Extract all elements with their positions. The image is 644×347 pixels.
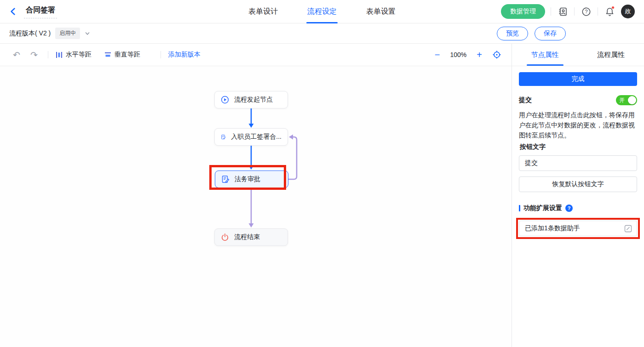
- version-label: 流程版本( V2 ): [9, 29, 51, 38]
- node-employee-sign[interactable]: 入职员工签署合...: [214, 128, 288, 146]
- top-header: 合同签署 表单设计 流程设定 表单设置 数据管理 ?: [0, 0, 644, 23]
- save-button[interactable]: 保存: [535, 27, 566, 40]
- divider: [551, 7, 551, 16]
- vertical-distribute-label: 垂直等距: [115, 51, 140, 59]
- node-label: 法务审批: [235, 175, 260, 183]
- node-label: 入职员工签署合...: [231, 133, 282, 141]
- node-process-end[interactable]: 流程结束: [214, 228, 288, 246]
- divider: [48, 51, 48, 58]
- document-edit-icon: [221, 133, 226, 141]
- tab-form-settings[interactable]: 表单设置: [366, 0, 396, 23]
- node-label: 流程发起节点: [234, 96, 273, 104]
- submit-setting-row: 提交 开: [519, 95, 637, 105]
- done-button[interactable]: 完成: [519, 72, 637, 86]
- horizontal-distribute-icon: [56, 51, 63, 58]
- properties-panel: 节点属性 流程属性 完成 提交 开 用户在处理流程时点击此按钮，将保存用户在此节…: [512, 44, 644, 347]
- zoom-out-button[interactable]: −: [435, 50, 440, 59]
- restore-default-button[interactable]: 恢复默认按钮文字: [519, 176, 637, 192]
- add-version-link[interactable]: 添加新版本: [168, 51, 201, 59]
- extension-title: 功能扩展设置: [523, 204, 562, 212]
- page-title[interactable]: 合同签署: [24, 5, 57, 18]
- node-label: 流程结束: [234, 233, 260, 241]
- canvas-toolbar: ↶ ↷ 水平等距 垂直等距: [0, 44, 512, 66]
- node-legal-approval[interactable]: 法务审批: [215, 171, 288, 188]
- toggle-knob: [628, 96, 636, 104]
- tab-process-properties[interactable]: 流程属性: [578, 44, 644, 66]
- version-dropdown-chevron-icon[interactable]: [85, 31, 90, 36]
- section-accent-bar: [519, 205, 520, 211]
- data-assistant-row[interactable]: 已添加1条数据助手: [519, 221, 637, 236]
- vertical-distribute-icon: [104, 51, 111, 58]
- zoom-controls: − 100% +: [435, 50, 501, 59]
- tab-process-setting[interactable]: 流程设定: [307, 0, 337, 23]
- tab-node-properties[interactable]: 节点属性: [512, 44, 578, 66]
- app-root: 合同签署 表单设计 流程设定 表单设置 数据管理 ?: [0, 0, 644, 347]
- redo-icon[interactable]: ↷: [28, 51, 40, 59]
- submit-label: 提交: [519, 96, 532, 104]
- header-actions: 数据管理 ?: [501, 4, 635, 19]
- horizontal-distribute-button[interactable]: 水平等距: [56, 51, 92, 59]
- status-badge: 启用中: [55, 28, 80, 39]
- version-bar: 流程版本( V2 ) 启用中 预览 保存: [0, 23, 644, 44]
- submit-description: 用户在处理流程时点击此按钮，将保存用户在此节点中对数据的更改，流程数据视图转至后…: [519, 110, 637, 140]
- notification-dot: [611, 6, 615, 9]
- data-manage-button[interactable]: 数据管理: [501, 4, 545, 19]
- contact-book-icon[interactable]: [557, 6, 569, 17]
- flow-canvas[interactable]: 流程发起节点 入职员工签署合...: [0, 66, 512, 347]
- divider: [598, 7, 598, 16]
- avatar[interactable]: 政: [621, 5, 635, 18]
- help-icon[interactable]: ?: [580, 6, 592, 17]
- annotation-rect-assistant: 已添加1条数据助手: [516, 218, 640, 239]
- play-circle-icon: [221, 96, 229, 104]
- panel-tab-bar: 节点属性 流程属性: [512, 44, 644, 66]
- vertical-distribute-button[interactable]: 垂直等距: [104, 51, 140, 59]
- svg-text:?: ?: [585, 9, 587, 14]
- version-actions: 预览 保存: [497, 27, 566, 40]
- designer-column: ↶ ↷ 水平等距 垂直等距: [0, 44, 512, 347]
- zoom-level: 100%: [450, 51, 467, 58]
- button-text-label: 按钮文字: [519, 143, 637, 151]
- panel-body: 完成 提交 开 用户在处理流程时点击此按钮，将保存用户在此节点中对数据的更改，流…: [512, 66, 644, 245]
- horizontal-distribute-label: 水平等距: [66, 51, 92, 59]
- undo-icon[interactable]: ↶: [10, 51, 23, 59]
- back-chevron-icon: [9, 7, 17, 16]
- extension-help-icon[interactable]: ?: [565, 205, 573, 212]
- button-text-input[interactable]: [519, 155, 637, 171]
- extension-section-header: 功能扩展设置 ?: [519, 204, 637, 212]
- notification-bell-icon[interactable]: [604, 6, 615, 17]
- divider: [574, 7, 575, 16]
- tab-form-design[interactable]: 表单设计: [248, 0, 278, 23]
- preview-button[interactable]: 预览: [497, 27, 528, 40]
- fit-view-icon[interactable]: [492, 50, 501, 59]
- toggle-on-text: 开: [619, 97, 625, 104]
- submit-toggle[interactable]: 开: [616, 95, 637, 105]
- back-button[interactable]: [9, 7, 17, 16]
- data-assistant-text: 已添加1条数据助手: [525, 224, 580, 233]
- body: ↶ ↷ 水平等距 垂直等距: [0, 44, 644, 347]
- divider: [161, 51, 161, 58]
- power-icon: [221, 233, 229, 241]
- header-tab-bar: 表单设计 流程设定 表单设置: [248, 0, 396, 23]
- edit-icon[interactable]: [624, 225, 632, 233]
- document-edit-icon: [221, 175, 230, 183]
- node-process-start[interactable]: 流程发起节点: [214, 91, 288, 108]
- zoom-in-button[interactable]: +: [477, 50, 482, 59]
